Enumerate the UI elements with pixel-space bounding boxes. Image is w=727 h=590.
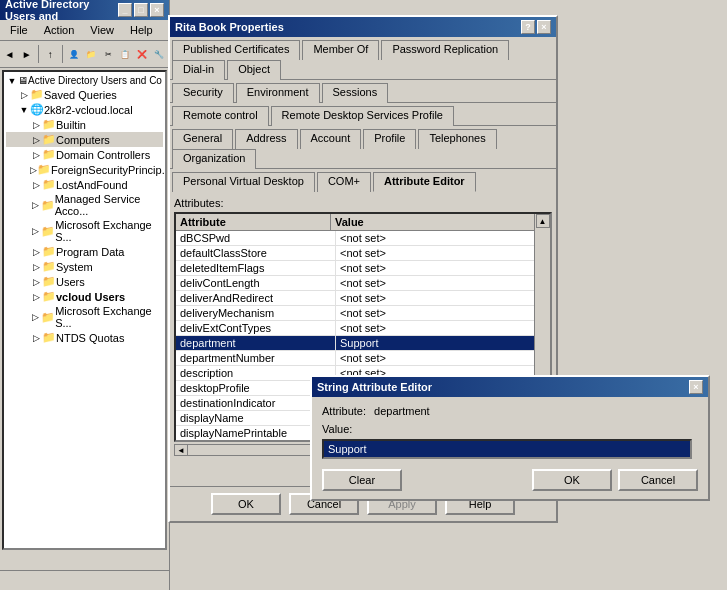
props-close-button[interactable]: × xyxy=(537,20,551,34)
tool2[interactable]: 📁 xyxy=(84,43,99,65)
maximize-button[interactable]: □ xyxy=(134,3,148,17)
tree-item-root[interactable]: ▼ 🖥 Active Directory Users and Co xyxy=(6,74,163,87)
tree-item-vcloud-users[interactable]: ▷ 📁 vcloud Users xyxy=(6,289,163,304)
attr-row-dbcspwd[interactable]: dBCSPwd <not set> xyxy=(176,231,534,246)
col-header-value: Value xyxy=(331,214,534,230)
tab-sessions[interactable]: Sessions xyxy=(322,83,389,103)
tree-item-users[interactable]: ▷ 📁 Users xyxy=(6,274,163,289)
tool4[interactable]: 📋 xyxy=(118,43,133,65)
attr-row-departmentnumber[interactable]: departmentNumber <not set> xyxy=(176,351,534,366)
tab-bar-row4: General Address Account Profile Telephon… xyxy=(170,126,556,169)
tab-com-plus[interactable]: COM+ xyxy=(317,172,371,192)
menu-bar: File Action View Help xyxy=(0,20,169,41)
tab-attribute-editor[interactable]: Attribute Editor xyxy=(373,172,476,192)
tab-bar-row2: Security Environment Sessions xyxy=(170,80,556,103)
scroll-up[interactable]: ▲ xyxy=(536,214,550,228)
tab-security[interactable]: Security xyxy=(172,83,234,103)
toolbar: ◄ ► ↑ 👤 📁 ✂ 📋 ❌ 🔧 xyxy=(0,41,169,68)
tab-telephones[interactable]: Telephones xyxy=(418,129,496,149)
tree-item-exchange1[interactable]: ▷ 📁 Microsoft Exchange S... xyxy=(6,218,163,244)
value-input[interactable] xyxy=(322,439,692,459)
tab-rdp[interactable]: Remote Desktop Services Profile xyxy=(271,106,454,126)
attr-row-deliverandredirect[interactable]: deliverAndRedirect <not set> xyxy=(176,291,534,306)
tab-member-of[interactable]: Member Of xyxy=(302,40,379,60)
tree-item-exchange2[interactable]: ▷ 📁 Microsoft Exchange S... xyxy=(6,304,163,330)
tree-item-computers[interactable]: ▷ 📁 Computers xyxy=(6,132,163,147)
tree-item-saved-queries[interactable]: ▷ 📁 Saved Queries xyxy=(6,87,163,102)
tree-item-foreign[interactable]: ▷ 📁 ForeignSecurityPrincip... xyxy=(6,162,163,177)
str-attr-body: Attribute: department Value: Clear OK Ca… xyxy=(312,397,708,499)
menu-action[interactable]: Action xyxy=(36,22,83,38)
tree-view[interactable]: ▼ 🖥 Active Directory Users and Co ▷ 📁 Sa… xyxy=(2,70,167,550)
menu-view[interactable]: View xyxy=(82,22,122,38)
string-attribute-editor-dialog: String Attribute Editor × Attribute: dep… xyxy=(310,375,710,501)
tab-account[interactable]: Account xyxy=(300,129,362,149)
tree-item-lost[interactable]: ▷ 📁 LostAndFound xyxy=(6,177,163,192)
tool3[interactable]: ✂ xyxy=(101,43,116,65)
tree-item-system[interactable]: ▷ 📁 System xyxy=(6,259,163,274)
attribute-name-value: department xyxy=(374,405,430,417)
tab-organization[interactable]: Organization xyxy=(172,149,256,169)
minimize-button[interactable]: _ xyxy=(118,3,132,17)
separator xyxy=(38,45,39,63)
tree-item-domain-controllers[interactable]: ▷ 📁 Domain Controllers xyxy=(6,147,163,162)
str-attr-title: String Attribute Editor × xyxy=(312,377,708,397)
tool5[interactable]: ❌ xyxy=(135,43,150,65)
tree-item-builtin[interactable]: ▷ 📁 Builtin xyxy=(6,117,163,132)
attr-row-delivextconttypes[interactable]: delivExtContTypes <not set> xyxy=(176,321,534,336)
props-help-button[interactable]: ? xyxy=(521,20,535,34)
attribute-label: Attribute: xyxy=(322,405,366,417)
tab-bar-row1: Published Certificates Member Of Passwor… xyxy=(170,37,556,80)
attr-row-defaultclassstore[interactable]: defaultClassStore <not set> xyxy=(176,246,534,261)
attr-row-deleteditemflags[interactable]: deletedItemFlags <not set> xyxy=(176,261,534,276)
up-button[interactable]: ↑ xyxy=(43,43,58,65)
tab-environment[interactable]: Environment xyxy=(236,83,320,103)
attr-row-department[interactable]: department Support xyxy=(176,336,534,351)
tool1[interactable]: 👤 xyxy=(67,43,82,65)
tab-dial-in[interactable]: Dial-in xyxy=(172,60,225,80)
attributes-label: Attributes: xyxy=(174,197,552,209)
main-window-title: Active Directory Users and _ □ × xyxy=(0,0,169,20)
close-button[interactable]: × xyxy=(150,3,164,17)
clear-button[interactable]: Clear xyxy=(322,469,402,491)
tab-profile[interactable]: Profile xyxy=(363,129,416,149)
tab-password-replication[interactable]: Password Replication xyxy=(381,40,509,60)
back-button[interactable]: ◄ xyxy=(2,43,17,65)
menu-file[interactable]: File xyxy=(2,22,36,38)
scroll-left[interactable]: ◄ xyxy=(174,444,188,456)
tab-bar-row3: Remote control Remote Desktop Services P… xyxy=(170,103,556,126)
str-attr-cancel-button[interactable]: Cancel xyxy=(618,469,698,491)
tool6[interactable]: 🔧 xyxy=(152,43,167,65)
props-ok-button[interactable]: OK xyxy=(211,493,281,515)
tab-personal-virtual[interactable]: Personal Virtual Desktop xyxy=(172,172,315,192)
str-attr-close-button[interactable]: × xyxy=(689,380,703,394)
attr-row-delivcontlength[interactable]: delivContLength <not set> xyxy=(176,276,534,291)
tab-bar-row5: Personal Virtual Desktop COM+ Attribute … xyxy=(170,169,556,193)
tree-item-domain[interactable]: ▼ 🌐 2k8r2-vcloud.local xyxy=(6,102,163,117)
tab-general[interactable]: General xyxy=(172,129,233,149)
tree-item-managed[interactable]: ▷ 📁 Managed Service Acco... xyxy=(6,192,163,218)
tree-item-ntds[interactable]: ▷ 📁 NTDS Quotas xyxy=(6,330,163,345)
tab-published-certs[interactable]: Published Certificates xyxy=(172,40,300,60)
status-bar xyxy=(0,570,169,590)
tab-address[interactable]: Address xyxy=(235,129,297,149)
str-attr-ok-button[interactable]: OK xyxy=(532,469,612,491)
attr-row-deliverymechanism[interactable]: deliveryMechanism <not set> xyxy=(176,306,534,321)
tab-remote-control[interactable]: Remote control xyxy=(172,106,269,126)
menu-help[interactable]: Help xyxy=(122,22,161,38)
col-header-attribute: Attribute xyxy=(176,214,331,230)
props-dialog-title: Rita Book Properties ? × xyxy=(170,17,556,37)
forward-button[interactable]: ► xyxy=(19,43,34,65)
value-label: Value: xyxy=(322,423,352,435)
separator2 xyxy=(62,45,63,63)
tab-object[interactable]: Object xyxy=(227,60,281,80)
tree-item-programdata[interactable]: ▷ 📁 Program Data xyxy=(6,244,163,259)
